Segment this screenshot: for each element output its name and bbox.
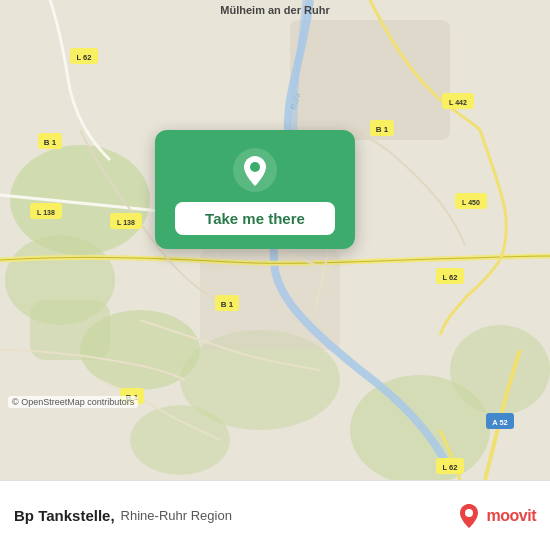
location-name: Bp Tankstelle, bbox=[14, 507, 115, 524]
svg-text:L 442: L 442 bbox=[449, 99, 467, 106]
moovit-pin-icon bbox=[455, 502, 483, 530]
svg-text:B 1: B 1 bbox=[44, 138, 57, 147]
svg-text:B 1: B 1 bbox=[376, 125, 389, 134]
svg-point-38 bbox=[465, 509, 473, 517]
map-container: Ruhr B 1 B bbox=[0, 0, 550, 480]
bottom-bar: Bp Tankstelle, Rhine-Ruhr Region moovit bbox=[0, 480, 550, 550]
svg-point-6 bbox=[450, 325, 550, 415]
svg-text:L 62: L 62 bbox=[77, 53, 92, 62]
moovit-text: moovit bbox=[487, 507, 536, 525]
svg-text:L 138: L 138 bbox=[117, 219, 135, 226]
svg-rect-9 bbox=[290, 20, 450, 140]
svg-text:L 450: L 450 bbox=[462, 199, 480, 206]
city-label: Mülheim an der Ruhr bbox=[220, 4, 330, 16]
map-attribution: © OpenStreetMap contributors bbox=[8, 396, 138, 408]
svg-text:L 138: L 138 bbox=[37, 209, 55, 216]
moovit-logo: moovit bbox=[455, 502, 536, 530]
take-me-there-button[interactable]: Take me there bbox=[175, 202, 335, 235]
location-pin-icon bbox=[233, 148, 277, 192]
location-region: Rhine-Ruhr Region bbox=[121, 508, 232, 523]
svg-text:A 52: A 52 bbox=[492, 418, 508, 427]
location-card: Take me there bbox=[155, 130, 355, 249]
svg-text:L 62: L 62 bbox=[443, 463, 458, 472]
svg-text:B 1: B 1 bbox=[221, 300, 234, 309]
svg-point-7 bbox=[130, 405, 230, 475]
svg-point-37 bbox=[250, 162, 260, 172]
svg-text:L 62: L 62 bbox=[443, 273, 458, 282]
